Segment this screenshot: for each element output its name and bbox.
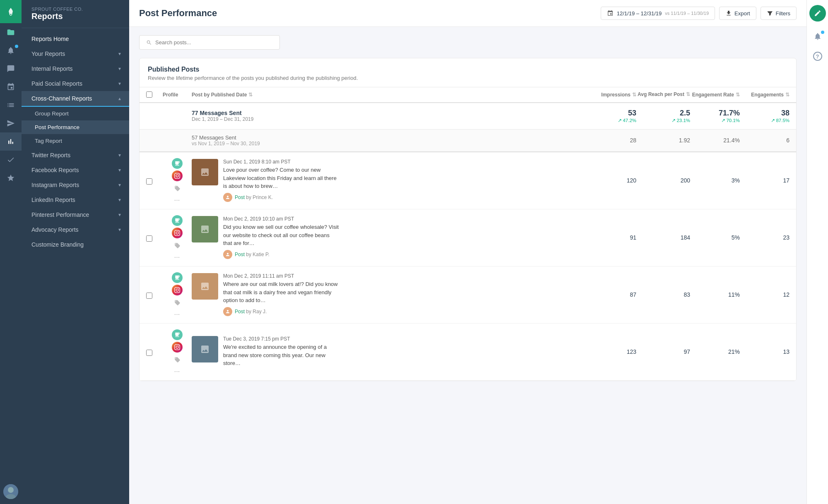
post-text: Mon Dec 2, 2019 10:10 am PST Did you kno… xyxy=(223,216,339,259)
rail-icon-send[interactable] xyxy=(0,114,22,132)
sort-icon: ⇅ xyxy=(686,91,690,98)
rail-icon-messages[interactable] xyxy=(0,60,22,78)
post-date: Mon Dec 2, 2019 10:10 am PST xyxy=(223,216,339,222)
tag-icon-1[interactable] xyxy=(174,242,181,250)
more-icon-0[interactable]: ··· xyxy=(174,197,180,203)
rail-icon-star[interactable] xyxy=(0,169,22,187)
post-thumbnail xyxy=(192,159,218,185)
post-author: Post by Ray J. xyxy=(223,307,339,316)
sidebar-item-linkedin-reports[interactable]: LinkedIn Reports ▾ xyxy=(22,192,129,207)
rail-icon-pin[interactable] xyxy=(0,78,22,96)
more-icon-3[interactable]: ··· xyxy=(174,368,180,374)
tag-icon-0[interactable] xyxy=(174,185,181,193)
row-avg-reach: 97 xyxy=(636,348,690,355)
logo-icon[interactable] xyxy=(0,0,22,23)
date-range-button[interactable]: 12/1/19 – 12/31/19 vs 11/1/19 – 11/30/19 xyxy=(601,7,715,20)
rail-icon-notifications[interactable] xyxy=(0,41,22,60)
coffee-icon xyxy=(172,215,183,226)
sidebar-item-internal-reports[interactable]: Internal Reports ▾ xyxy=(22,61,129,76)
author-avatar xyxy=(223,193,232,202)
more-icon-1[interactable]: ··· xyxy=(174,254,180,260)
tag-icon-3[interactable] xyxy=(174,357,181,364)
sidebar-item-pinterest-performance[interactable]: Pinterest Performance ▾ xyxy=(22,207,129,222)
summary-impressions-delta: ↗ 47.2% xyxy=(587,118,636,123)
col-header-post[interactable]: Post by Published Date ⇅ xyxy=(192,91,587,98)
image-icon xyxy=(200,281,210,291)
sidebar-item-facebook-reports[interactable]: Facebook Reports ▾ xyxy=(22,163,129,178)
row-profiles: ··· xyxy=(163,215,192,260)
compose-button[interactable] xyxy=(809,5,826,22)
chevron-icon: ▾ xyxy=(118,182,121,188)
avatar[interactable] xyxy=(3,484,18,499)
bell-icon xyxy=(814,32,822,41)
comparison-messages: 57 Messages Sent xyxy=(192,134,587,141)
rail-icon-chart[interactable] xyxy=(0,132,22,151)
row-post-content: Sun Dec 1, 2019 8:10 am PST Love pour ov… xyxy=(192,159,587,202)
post-body: Did you know we sell our coffee wholesal… xyxy=(223,223,339,247)
row-checkbox[interactable] xyxy=(146,234,163,242)
card-title: Published Posts xyxy=(148,66,788,73)
coffee-icon xyxy=(172,272,183,283)
sidebar-item-paid-social-reports[interactable]: Paid Social Reports ▾ xyxy=(22,76,129,91)
export-button[interactable]: Export xyxy=(719,7,756,20)
post-body: We're excited to announce the opening of… xyxy=(223,343,339,367)
tag-icon-2[interactable] xyxy=(174,300,181,307)
rail-icon-tasks[interactable] xyxy=(0,151,22,169)
main-body: Published Posts Review the lifetime perf… xyxy=(129,27,806,504)
row-engagement-rate: 21% xyxy=(690,348,740,355)
sort-icon: ⇅ xyxy=(632,92,636,98)
row-post-content: Mon Dec 2, 2019 11:11 am PST Where are o… xyxy=(192,273,587,316)
table-header: Profile Post by Published Date ⇅ Impress… xyxy=(140,87,796,103)
col-header-engagements[interactable]: Engagements ⇅ xyxy=(740,91,789,98)
sidebar-item-your-reports[interactable]: Your Reports ▾ xyxy=(22,46,129,61)
instagram-icon xyxy=(172,285,183,295)
sidebar-item-instagram-reports[interactable]: Instagram Reports ▾ xyxy=(22,178,129,192)
header-actions: 12/1/19 – 12/31/19 vs 11/1/19 – 11/30/19… xyxy=(601,7,797,20)
company-name: Sprout Coffee Co. xyxy=(31,7,121,12)
instagram-icon xyxy=(172,170,183,181)
post-date: Sun Dec 1, 2019 8:10 am PST xyxy=(223,159,339,165)
post-date: Tue Dec 3, 2019 7:15 pm PST xyxy=(223,336,339,342)
instagram-icon xyxy=(172,228,183,238)
col-header-engagement-rate[interactable]: Engagement Rate ⇅ xyxy=(690,91,740,98)
sidebar-item-twitter-reports[interactable]: Twitter Reports ▾ xyxy=(22,148,129,163)
sidebar-item-reports-home[interactable]: Reports Home xyxy=(22,31,129,46)
summary-row: 77 Messages Sent Dec 1, 2019 – Dec 31, 2… xyxy=(140,103,796,130)
row-post-content: Mon Dec 2, 2019 10:10 am PST Did you kno… xyxy=(192,216,587,259)
search-input[interactable] xyxy=(155,39,273,46)
sub-item-post-performance[interactable]: Post Performance xyxy=(22,120,129,134)
svg-point-1 xyxy=(8,487,14,493)
image-icon xyxy=(200,224,210,234)
coffee-icon xyxy=(172,158,183,169)
summary-engagements-delta: ↗ 87.5% xyxy=(740,118,789,123)
post-rows-container: ··· Sun Dec 1, 2019 8:10 am PST Love pou… xyxy=(140,152,796,381)
chevron-icon: ▾ xyxy=(118,212,121,218)
col-header-profile: Profile xyxy=(163,91,192,98)
sub-item-tag-report[interactable]: Tag Report xyxy=(22,134,129,148)
sub-item-group-report[interactable]: Group Report xyxy=(22,107,129,120)
rail-icon-list[interactable] xyxy=(0,96,22,114)
summary-engagement-delta: ↗ 70.1% xyxy=(690,118,740,123)
right-rail: ? xyxy=(806,0,828,504)
sidebar-item-cross-channel-reports[interactable]: Cross-Channel Reports ▴ xyxy=(22,91,129,107)
help-icon: ? xyxy=(813,52,822,61)
row-profiles: ··· xyxy=(163,158,192,203)
row-checkbox[interactable] xyxy=(146,348,163,356)
help-rail[interactable]: ? xyxy=(807,48,828,65)
date-range-text: 12/1/19 – 12/31/19 xyxy=(617,10,662,17)
row-engagements: 13 xyxy=(740,348,789,355)
col-header-avg-reach[interactable]: Avg Reach per Post ⇅ xyxy=(636,91,690,98)
rail-icon-folder[interactable] xyxy=(0,23,22,41)
sidebar-item-advocacy-reports[interactable]: Advocacy Reports ▾ xyxy=(22,222,129,237)
comparison-engagements: 6 xyxy=(740,137,789,144)
filters-icon xyxy=(767,10,773,17)
more-icon-2[interactable]: ··· xyxy=(174,311,180,317)
notifications-rail[interactable] xyxy=(807,28,828,45)
col-header-impressions[interactable]: Impressions ⇅ xyxy=(587,91,636,98)
row-engagements: 12 xyxy=(740,291,789,298)
row-checkbox[interactable] xyxy=(146,177,163,185)
filters-button[interactable]: Filters xyxy=(761,7,797,20)
sidebar-item-customize-branding[interactable]: Customize Branding xyxy=(22,237,129,252)
row-checkbox[interactable] xyxy=(146,291,163,299)
col-select-all[interactable] xyxy=(146,91,163,98)
